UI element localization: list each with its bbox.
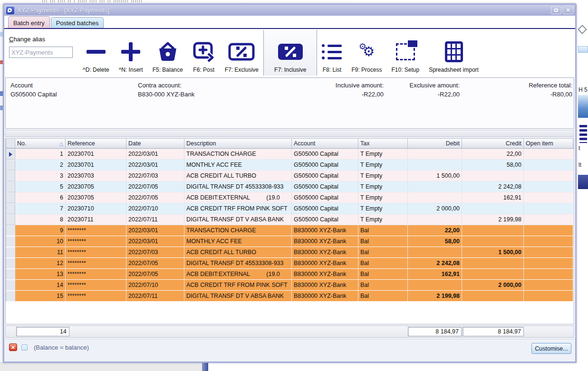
cell-description[interactable]: MONTHLY ACC FEE xyxy=(184,236,292,247)
column-header-open-item[interactable]: Open item xyxy=(524,139,573,148)
cell-account[interactable]: B830000 XYZ-Bank xyxy=(292,236,358,247)
cell-account[interactable]: G505000 Capital xyxy=(292,214,358,225)
column-header-description[interactable]: Description xyxy=(184,139,292,148)
cell-open-item[interactable] xyxy=(524,214,573,225)
row-selector[interactable] xyxy=(6,225,15,236)
cell-tax[interactable]: T Empty xyxy=(358,214,408,225)
spreadsheet-import-button[interactable]: Spreadsheet import xyxy=(424,30,483,76)
cell-no[interactable]: 8 xyxy=(15,214,66,225)
cell-account[interactable]: G505000 Capital xyxy=(292,160,358,171)
cell-tax[interactable]: T Empty xyxy=(358,192,408,203)
cell-tax[interactable]: Bal xyxy=(358,225,408,236)
panel-splitter[interactable] xyxy=(5,130,574,137)
cell-no[interactable]: 3 xyxy=(15,171,66,181)
table-row[interactable]: 8 20230711 2022/07/11 DIGITAL TRANSF DT … xyxy=(6,214,574,225)
cell-reference[interactable]: ******** xyxy=(66,280,126,291)
cell-account[interactable]: B830000 XYZ-Bank xyxy=(292,269,358,280)
cell-tax[interactable]: T Empty xyxy=(358,171,408,181)
setup-button[interactable]: F10: Setup xyxy=(386,30,424,76)
cell-date[interactable]: 2022/07/05 xyxy=(126,258,184,269)
customise-button[interactable]: Customise... xyxy=(531,343,571,354)
cell-no[interactable]: 10 xyxy=(15,236,66,247)
process-button[interactable]: ⚙⚙ F9: Process xyxy=(347,30,386,76)
table-row[interactable]: 11 ******** 2022/07/03 ACB CREDIT ALL TU… xyxy=(6,247,574,258)
table-row[interactable]: 15 ******** 2022/07/11 DIGITAL TRANSF DT… xyxy=(6,291,574,302)
cell-no[interactable]: 7 xyxy=(15,203,66,214)
cell-description[interactable]: TRANSACTION CHARGE xyxy=(184,225,292,236)
row-selector[interactable] xyxy=(6,280,15,291)
cell-account[interactable]: B830000 XYZ-Bank xyxy=(292,225,358,236)
cell-reference[interactable]: 20230710 xyxy=(66,203,126,214)
cell-debit[interactable]: 2 199,98 xyxy=(408,291,462,302)
cell-no[interactable]: 11 xyxy=(15,247,66,258)
cell-debit[interactable]: 2 242,08 xyxy=(408,258,462,269)
cell-reference[interactable]: 20230701 xyxy=(66,160,126,171)
cell-no[interactable]: 1 xyxy=(15,149,66,160)
cell-tax[interactable]: Bal xyxy=(358,247,408,258)
cell-reference[interactable]: ******** xyxy=(66,269,126,280)
restore-button[interactable] xyxy=(551,6,561,14)
cell-open-item[interactable] xyxy=(524,160,573,171)
table-row[interactable]: 1 20230701 2022/03/01 TRANSACTION CHARGE… xyxy=(6,149,574,160)
cell-account[interactable]: G505000 Capital xyxy=(292,181,358,192)
post-button[interactable]: F6: Post xyxy=(188,30,220,76)
cell-tax[interactable]: Bal xyxy=(358,280,408,291)
cell-debit[interactable] xyxy=(408,214,462,225)
table-row[interactable]: 9 ******** 2022/03/01 TRANSACTION CHARGE… xyxy=(6,225,574,236)
column-header-no[interactable]: No. △ xyxy=(15,139,66,148)
inclusive-button[interactable]: F7: Inclusive xyxy=(263,30,317,76)
row-selector[interactable] xyxy=(6,214,15,225)
cell-no[interactable]: 15 xyxy=(15,291,66,302)
row-selector[interactable] xyxy=(6,269,15,280)
column-header-date[interactable]: Date xyxy=(126,139,184,148)
cell-credit[interactable] xyxy=(462,291,524,302)
cell-description[interactable]: TRANSACTION CHARGE xyxy=(184,149,292,160)
cell-account[interactable]: G505000 Capital xyxy=(292,203,358,214)
row-selector[interactable] xyxy=(6,181,15,192)
column-header-tax[interactable]: Tax xyxy=(358,139,408,148)
cell-description[interactable]: DIGITAL TRANSF DT V ABSA BANK xyxy=(184,291,292,302)
cell-description[interactable]: ACB CREDIT TRF FROM PINK SOFT xyxy=(184,280,292,291)
cell-debit[interactable] xyxy=(408,149,462,160)
cell-open-item[interactable] xyxy=(524,181,573,192)
cell-credit[interactable]: 58,00 xyxy=(462,160,524,171)
cell-description[interactable]: DIGITAL TRANSF DT V ABSA BANK xyxy=(184,214,292,225)
cell-open-item[interactable] xyxy=(524,171,573,181)
cell-open-item[interactable] xyxy=(524,291,573,302)
cell-credit[interactable] xyxy=(462,171,524,181)
cell-account[interactable]: B830000 XYZ-Bank xyxy=(292,291,358,302)
row-selector[interactable] xyxy=(6,149,15,160)
cell-tax[interactable]: T Empty xyxy=(358,149,408,160)
cell-open-item[interactable] xyxy=(524,225,573,236)
cell-debit[interactable] xyxy=(408,181,462,192)
cell-date[interactable]: 2022/03/01 xyxy=(126,236,184,247)
cell-no[interactable]: 9 xyxy=(15,225,66,236)
cell-account[interactable]: B830000 XYZ-Bank xyxy=(292,280,358,291)
tab-batch-entry[interactable]: Batch entry xyxy=(8,16,50,28)
cell-credit[interactable] xyxy=(462,236,524,247)
table-row[interactable]: 2 20230701 2022/03/01 MONTHLY ACC FEE G5… xyxy=(6,160,574,171)
cell-credit[interactable] xyxy=(462,203,524,214)
cell-debit[interactable]: 58,00 xyxy=(408,236,462,247)
table-row[interactable]: 7 20230710 2022/07/10 ACB CREDIT TRF FRO… xyxy=(6,203,574,214)
table-row[interactable]: 3 20230703 2022/07/03 ACB CREDIT ALL TUR… xyxy=(6,171,574,181)
cell-debit[interactable] xyxy=(408,247,462,258)
row-selector[interactable] xyxy=(6,203,15,214)
cell-credit[interactable] xyxy=(462,225,524,236)
insert-button[interactable]: ^N: Insert xyxy=(114,30,148,76)
cell-date[interactable]: 2022/07/05 xyxy=(126,192,184,203)
cell-open-item[interactable] xyxy=(524,203,573,214)
cell-reference[interactable]: ******** xyxy=(66,225,126,236)
status-checkbox[interactable] xyxy=(21,344,28,351)
cell-reference[interactable]: 20230703 xyxy=(66,171,126,181)
cell-account[interactable]: B830000 XYZ-Bank xyxy=(292,258,358,269)
cell-date[interactable]: 2022/07/05 xyxy=(126,181,184,192)
cell-debit[interactable]: 22,00 xyxy=(408,225,462,236)
cell-open-item[interactable] xyxy=(524,258,573,269)
cell-no[interactable]: 12 xyxy=(15,258,66,269)
cell-date[interactable]: 2022/07/10 xyxy=(126,280,184,291)
cell-account[interactable]: G505000 Capital xyxy=(292,192,358,203)
table-row[interactable]: 14 ******** 2022/07/10 ACB CREDIT TRF FR… xyxy=(6,280,574,291)
cell-credit[interactable]: 2 199,98 xyxy=(462,214,524,225)
cell-open-item[interactable] xyxy=(524,269,573,280)
